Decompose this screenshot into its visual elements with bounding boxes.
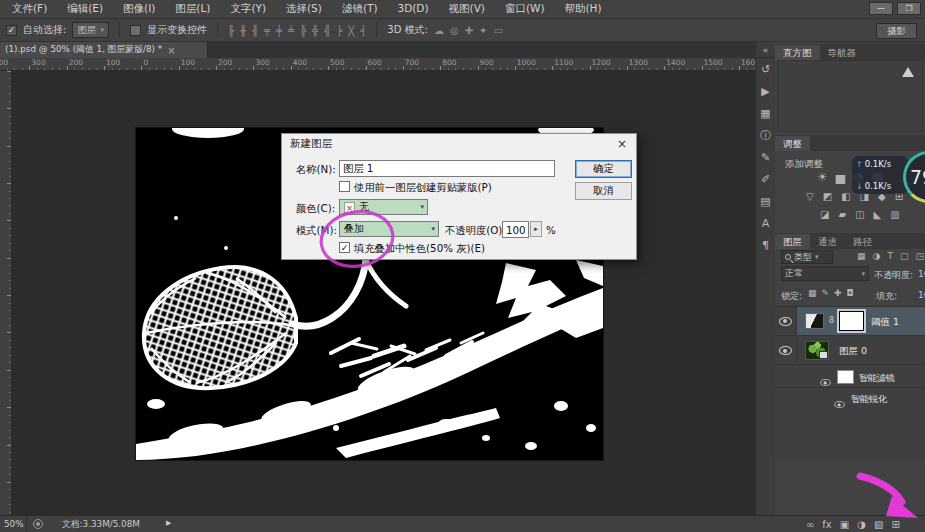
actions-panel-icon[interactable]: ▶: [756, 80, 775, 102]
menu-item[interactable]: 文件(F): [2, 0, 57, 18]
layers-opacity-value[interactable]: 100%: [918, 269, 925, 279]
lock-pixels-icon[interactable]: ✎: [822, 288, 830, 298]
history-panel-icon[interactable]: ↺: [756, 58, 775, 80]
3d-mode-icon[interactable]: ▭: [493, 25, 502, 36]
menu-item[interactable]: 图层(L): [165, 0, 220, 18]
filter-type-icon[interactable]: T: [887, 251, 893, 261]
selective-color-icon[interactable]: ▥: [890, 209, 899, 220]
document-tab[interactable]: (1).psd @ 50% (阈值 1, 图层蒙版/8) * ×: [0, 42, 208, 58]
network-speed-overlay[interactable]: ↑0.1K/s ↓0.1K/s: [852, 156, 908, 194]
align-icon[interactable]: ╟: [228, 25, 234, 36]
smart-filter-label[interactable]: 智能滤镜: [859, 372, 895, 385]
collapse-panels-icon[interactable]: «: [756, 42, 775, 58]
3d-mode-icon[interactable]: ✚: [465, 25, 473, 36]
align-icon[interactable]: ╞: [336, 25, 342, 36]
filter-pixel-icon[interactable]: ▦: [857, 251, 866, 261]
visibility-eye-icon[interactable]: [820, 379, 830, 386]
filter-adjustment-icon[interactable]: ◑: [873, 251, 881, 261]
menu-item[interactable]: 视图(V): [439, 0, 495, 18]
smart-sharpen-label[interactable]: 智能锐化: [851, 393, 887, 406]
hue-saturation-icon[interactable]: ◩: [823, 191, 832, 202]
menu-item[interactable]: 滤镜(T): [332, 0, 388, 18]
menu-item[interactable]: 窗口(W): [495, 0, 555, 18]
info-panel-icon[interactable]: ⓘ: [756, 124, 775, 146]
3d-mode-icon[interactable]: ✦: [479, 25, 487, 36]
new-group-icon[interactable]: ▧: [874, 519, 883, 530]
workspace-button[interactable]: 摄影: [876, 23, 917, 39]
align-icon[interactable]: ╠: [300, 25, 306, 36]
tab-adjustments[interactable]: 调整: [775, 136, 810, 151]
3d-mode-icon[interactable]: ☁: [434, 25, 444, 36]
add-layer-mask-icon[interactable]: ▣: [840, 519, 849, 530]
layer-row-threshold[interactable]: 8 阈值 1: [775, 307, 925, 336]
layers-panel-tab[interactable]: 图层: [775, 234, 810, 249]
layer-name-input[interactable]: [339, 160, 555, 177]
visibility-eye-icon[interactable]: [834, 401, 844, 408]
3d-mode-icon[interactable]: ◎: [450, 25, 459, 36]
menu-item[interactable]: 3D(D): [387, 0, 438, 18]
filter-smart-object-icon[interactable]: ◳: [915, 251, 924, 261]
align-icon[interactable]: ╤: [264, 25, 270, 36]
tab-histogram[interactable]: 直方图: [775, 45, 820, 60]
align-icon[interactable]: ╬: [312, 25, 318, 36]
character-panel-icon[interactable]: A: [756, 212, 775, 234]
align-icon[interactable]: ╧: [288, 25, 294, 36]
layer-filter-dropdown[interactable]: 类型 ▾: [781, 250, 833, 264]
threshold-adjustment-thumbnail[interactable]: [805, 313, 824, 329]
filter-shape-icon[interactable]: ▢: [900, 251, 909, 261]
smart-filter-row[interactable]: 智能滤镜: [775, 366, 925, 388]
ok-button[interactable]: 确定: [575, 160, 632, 178]
invert-icon[interactable]: ◪: [820, 209, 829, 220]
cancel-button[interactable]: 取消: [575, 182, 632, 200]
layer-mask-thumbnail[interactable]: [839, 311, 864, 331]
menu-item[interactable]: 图像(I): [113, 0, 165, 18]
tab-close-icon[interactable]: ×: [167, 45, 175, 56]
minimize-button[interactable]: —: [869, 2, 893, 15]
layer-style-icon[interactable]: fx: [822, 519, 831, 530]
zoom-level[interactable]: 50%: [4, 519, 24, 529]
lock-all-icon[interactable]: ◘: [847, 288, 854, 298]
opacity-spinner[interactable]: ▸: [530, 221, 542, 237]
new-layer-icon[interactable]: ⊞: [891, 519, 899, 530]
align-icon[interactable]: ╢: [252, 25, 258, 36]
color-dropdown[interactable]: × 无 ▾: [339, 199, 428, 215]
lock-transparency-icon[interactable]: ▦: [808, 288, 817, 298]
gradient-map-icon[interactable]: ◣: [874, 209, 882, 220]
levels-icon[interactable]: ▅: [836, 170, 845, 184]
layer-name[interactable]: 阈值 1: [871, 316, 899, 329]
brush-panel-icon[interactable]: ✎: [756, 146, 775, 168]
blend-mode-dropdown[interactable]: 叠加 ▾: [339, 221, 439, 237]
visibility-eye-icon[interactable]: [779, 317, 792, 326]
smart-filter-mask-thumbnail[interactable]: [837, 370, 854, 384]
opacity-input[interactable]: [502, 221, 529, 238]
blend-mode-dropdown[interactable]: 正常 ▾: [781, 266, 869, 281]
threshold-icon[interactable]: ◫: [855, 209, 864, 220]
menu-item[interactable]: 帮助(H): [555, 0, 612, 18]
clone-source-panel-icon[interactable]: ▤: [756, 190, 775, 212]
brightness-contrast-icon[interactable]: ☀: [817, 170, 828, 184]
align-icon[interactable]: ╳: [348, 25, 354, 36]
auto-select-target-dropdown[interactable]: 图层 ▾: [72, 22, 109, 38]
fill-neutral-checkbox[interactable]: ✓: [339, 242, 350, 253]
paragraph-panel-icon[interactable]: ¶: [756, 234, 775, 256]
close-icon[interactable]: ×: [617, 137, 627, 151]
layer-name[interactable]: 图层 0: [839, 345, 867, 358]
menu-item[interactable]: 文字(Y): [220, 0, 276, 18]
layers-panel-tab[interactable]: 通道: [810, 234, 845, 249]
properties-panel-icon[interactable]: ▦: [756, 102, 775, 124]
lock-position-icon[interactable]: ✚: [834, 288, 842, 298]
document-size-info[interactable]: 文档:3.33M/5.08M: [62, 519, 140, 531]
menu-item[interactable]: 编辑(E): [57, 0, 113, 18]
smart-sharpen-row[interactable]: 智能锐化: [775, 389, 925, 408]
auto-select-checkbox[interactable]: ✓: [6, 25, 17, 36]
status-arrow-icon[interactable]: ▶: [166, 519, 171, 527]
link-layers-icon[interactable]: ∞: [806, 519, 814, 530]
posterize-icon[interactable]: ▰: [838, 209, 846, 220]
new-adjustment-layer-icon[interactable]: ◑: [857, 519, 866, 530]
dialog-title-bar[interactable]: 新建图层 ×: [282, 134, 636, 154]
align-icon[interactable]: ╫: [240, 25, 246, 36]
color-balance-icon[interactable]: ◧: [841, 191, 850, 202]
layer-thumbnail[interactable]: [805, 341, 829, 360]
layer-row-background[interactable]: 图层 0: [775, 337, 925, 365]
align-icon[interactable]: ╣: [324, 25, 330, 36]
